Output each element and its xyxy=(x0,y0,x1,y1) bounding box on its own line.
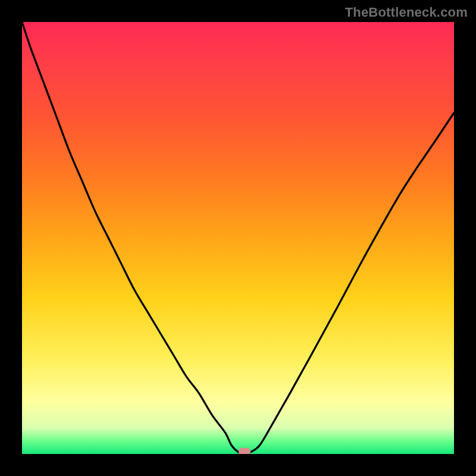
chart-frame: TheBottleneck.com xyxy=(0,0,476,476)
watermark-text: TheBottleneck.com xyxy=(345,5,468,20)
bottleneck-curve xyxy=(22,22,454,454)
optimal-point-marker xyxy=(239,448,250,455)
plot-area xyxy=(22,22,454,454)
